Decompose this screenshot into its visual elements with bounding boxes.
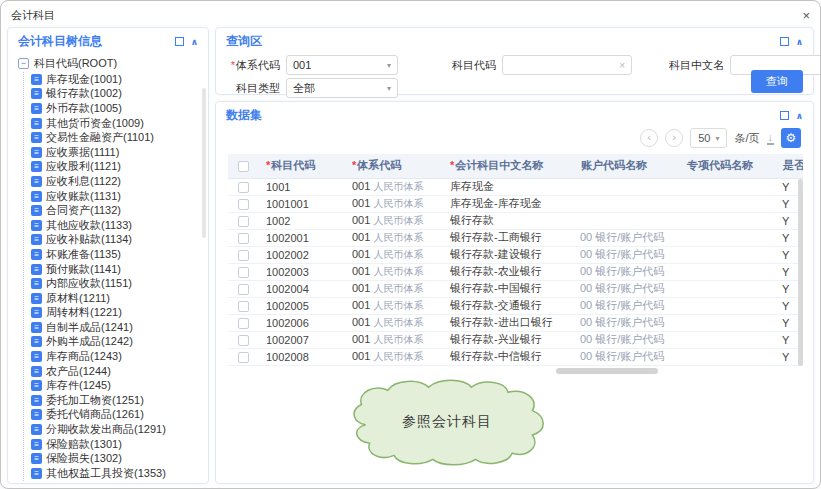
row-checkbox[interactable] bbox=[238, 199, 249, 210]
column-header[interactable]: 账户代码名称 bbox=[572, 154, 678, 178]
tree-item-subject[interactable]: ≡ 应收票据(1111) bbox=[31, 145, 204, 160]
search-button[interactable]: 查询 bbox=[751, 70, 803, 93]
expand-icon[interactable] bbox=[780, 111, 789, 120]
select-all-checkbox[interactable] bbox=[238, 161, 249, 172]
system-code-select[interactable]: 001 ▾ bbox=[286, 55, 398, 75]
prev-page-button[interactable]: ‹ bbox=[640, 129, 658, 147]
expand-icon[interactable] bbox=[780, 37, 789, 46]
row-checkbox[interactable] bbox=[238, 182, 249, 193]
cell-special-aux-name bbox=[678, 195, 774, 212]
tree-scrollbar[interactable] bbox=[202, 88, 206, 238]
tree-item-subject[interactable]: ≡ 农产品(1244) bbox=[31, 364, 204, 379]
page-size-select[interactable]: 50 ▾ bbox=[690, 128, 727, 148]
tree-item-subject[interactable]: ≡ 库存件(1245) bbox=[31, 378, 204, 393]
column-header-label: 账户代码名称 bbox=[581, 159, 647, 171]
row-checkbox[interactable] bbox=[238, 267, 249, 278]
system-code-value: 001 bbox=[293, 59, 311, 71]
table-row[interactable]: 1002007 001 人民币体系 银行存款-兴业银行 00 银行/账户代码 Y bbox=[228, 331, 803, 348]
tree-item-label: 外币存款(1005) bbox=[46, 101, 122, 116]
row-checkbox[interactable] bbox=[238, 352, 249, 363]
row-checkbox[interactable] bbox=[238, 250, 249, 261]
column-header[interactable]: *会计科目中文名称 bbox=[442, 154, 572, 178]
tree-item-subject[interactable]: ≡ 应收利息(1122) bbox=[31, 174, 204, 189]
tree-collapse-icon[interactable]: − bbox=[18, 58, 29, 69]
query-panel-actions: ∧ bbox=[780, 37, 803, 47]
subject-doc-icon: ≡ bbox=[31, 395, 42, 406]
row-checkbox[interactable] bbox=[238, 318, 249, 329]
subject-doc-icon: ≡ bbox=[31, 264, 42, 275]
table-row[interactable]: 1002005 001 人民币体系 银行存款-交通银行 00 银行/账户代码 Y bbox=[228, 297, 803, 314]
collapse-icon[interactable]: ∧ bbox=[796, 37, 803, 47]
tree-item-subject[interactable]: ≡ 银行存款(1002) bbox=[31, 87, 204, 102]
tree-item-subject[interactable]: ≡ 交易性金融资产(1101) bbox=[31, 130, 204, 145]
next-page-button[interactable]: › bbox=[665, 129, 683, 147]
row-checkbox[interactable] bbox=[238, 216, 249, 227]
tree-item-subject[interactable]: ≡ 其他权益工具投资(1353) bbox=[31, 466, 204, 481]
query-panel: 查询区 ∧ *体系代码 001 ▾ 科目代码 bbox=[215, 27, 814, 95]
tree-item-subject[interactable]: ≡ 委托加工物资(1251) bbox=[31, 393, 204, 408]
column-header[interactable]: *体系代码 bbox=[344, 154, 442, 178]
collapse-icon[interactable]: ∧ bbox=[796, 111, 803, 121]
tree-item-subject[interactable]: ≡ 自制半成品(1241) bbox=[31, 320, 204, 335]
collapse-icon[interactable]: ∧ bbox=[191, 37, 198, 47]
tree-item-subject[interactable]: ≡ 应收股利(1121) bbox=[31, 160, 204, 175]
table-row[interactable]: 1002001 001 人民币体系 银行存款-工商银行 00 银行/账户代码 Y bbox=[228, 229, 803, 246]
subject-type-label: 科目类型 bbox=[218, 81, 280, 96]
tree-item-subject[interactable]: ≡ 委托代销商品(1261) bbox=[31, 408, 204, 423]
tree-item-label: 自制半成品(1241) bbox=[46, 320, 133, 335]
subject-code-input[interactable]: × bbox=[502, 55, 632, 75]
subject-tree-panel: 会计科目树信息 ∧ − 科目代码(ROOT) ≡ 库存现金(1001) ≡ 银行… bbox=[7, 27, 209, 484]
close-icon[interactable]: × bbox=[802, 9, 810, 22]
tree-item-label: 预付账款(1141) bbox=[46, 262, 121, 277]
tree-item-subject[interactable]: ≡ 应收补贴款(1134) bbox=[31, 233, 204, 248]
table-row[interactable]: 1001 001 人民币体系 库存现金 Y bbox=[228, 178, 803, 195]
cell-subject-code: 1002 bbox=[258, 212, 344, 229]
column-header[interactable]: 是否启用 bbox=[774, 154, 803, 178]
tree-item-subject[interactable]: ≡ 应收账款(1131) bbox=[31, 189, 204, 204]
tree-item-label: 其他应收款(1133) bbox=[46, 218, 132, 233]
tree-root-node[interactable]: − 科目代码(ROOT) bbox=[18, 55, 204, 72]
vertical-scroll-thumb[interactable] bbox=[798, 179, 803, 366]
table-row[interactable]: 1002002 001 人民币体系 银行存款-建设银行 00 银行/账户代码 Y bbox=[228, 246, 803, 263]
column-header[interactable]: 专项代码名称 bbox=[678, 154, 774, 178]
tree-item-subject[interactable]: ≡ 原材料(1211) bbox=[31, 291, 204, 306]
row-checkbox[interactable] bbox=[238, 284, 249, 295]
tree-item-subject[interactable]: ≡ 保险赔款(1301) bbox=[31, 437, 204, 452]
export-icon[interactable]: ↓ bbox=[767, 132, 775, 145]
table-row[interactable]: 1001001 001 人民币体系 库存现金-库存现金 Y bbox=[228, 195, 803, 212]
gear-icon[interactable]: ⚙ bbox=[781, 128, 801, 148]
expand-icon[interactable] bbox=[175, 37, 184, 46]
horizontal-scroll-thumb[interactable] bbox=[556, 368, 658, 374]
cell-system-code: 001 人民币体系 bbox=[344, 331, 442, 348]
subject-type-select[interactable]: 全部 ▾ bbox=[286, 78, 398, 98]
table-row[interactable]: 1002006 001 人民币体系 银行存款-进出口银行 00 银行/账户代码 … bbox=[228, 314, 803, 331]
page-size-value: 50 bbox=[698, 132, 710, 144]
clear-icon[interactable]: × bbox=[619, 60, 625, 71]
tree-item-subject[interactable]: ≡ 坏账准备(1135) bbox=[31, 247, 204, 262]
tree-item-subject[interactable]: ≡ 其他应收款(1133) bbox=[31, 218, 204, 233]
tree-item-subject[interactable]: ≡ 分期收款发出商品(1291) bbox=[31, 422, 204, 437]
subject-doc-icon: ≡ bbox=[31, 278, 42, 289]
table-row[interactable]: 1002003 001 人民币体系 银行存款-农业银行 00 银行/账户代码 Y bbox=[228, 263, 803, 280]
table-row[interactable]: 1002004 001 人民币体系 银行存款-中国银行 00 银行/账户代码 Y bbox=[228, 280, 803, 297]
tree-item-subject[interactable]: ≡ 保险损失(1302) bbox=[31, 451, 204, 466]
required-asterisk: * bbox=[352, 159, 356, 171]
tree-item-subject[interactable]: ≡ 预付账款(1141) bbox=[31, 262, 204, 277]
tree-item-subject[interactable]: ≡ 外购半成品(1242) bbox=[31, 335, 204, 350]
tree-item-subject[interactable]: ≡ 合同资产(1132) bbox=[31, 203, 204, 218]
tree-item-subject[interactable]: ≡ 其他货币资金(1009) bbox=[31, 116, 204, 131]
table-row[interactable]: 1002008 001 人民币体系 银行存款-中信银行 00 银行/账户代码 Y bbox=[228, 348, 803, 365]
tree-item-subject[interactable]: ≡ 库存现金(1001) bbox=[31, 72, 204, 87]
column-header[interactable]: *科目代码 bbox=[258, 154, 344, 178]
row-checkbox[interactable] bbox=[238, 233, 249, 244]
table-row[interactable]: 1002 001 人民币体系 银行存款 Y bbox=[228, 212, 803, 229]
tree-item-subject[interactable]: ≡ 外币存款(1005) bbox=[31, 101, 204, 116]
cell-system-code: 001 人民币体系 bbox=[344, 348, 442, 365]
table-toolbar: ‹ › 50 ▾ 条/页 ↓ ⚙ bbox=[216, 127, 813, 154]
tree-item-label: 应收股利(1121) bbox=[46, 159, 121, 174]
row-checkbox[interactable] bbox=[238, 335, 249, 346]
tree-item-subject[interactable]: ≡ 内部应收款(1151) bbox=[31, 276, 204, 291]
row-checkbox[interactable] bbox=[238, 301, 249, 312]
tree-item-subject[interactable]: ≡ 库存商品(1243) bbox=[31, 349, 204, 364]
tree-item-subject[interactable]: ≡ 周转材料(1221) bbox=[31, 306, 204, 321]
